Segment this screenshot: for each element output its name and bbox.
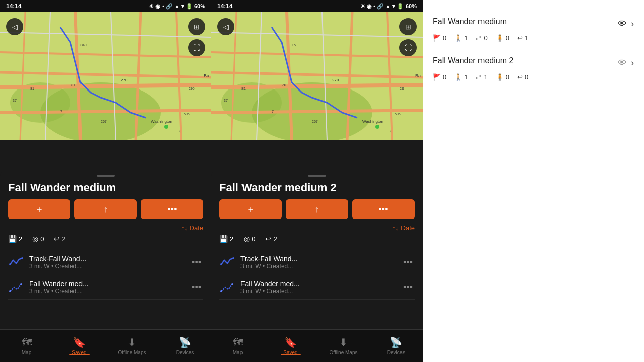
phone2: 14:14 ☀ ◉ • 🔗 ▲ ▾ 🔋 60% bbox=[211, 0, 423, 362]
battery-pct-2: 60% bbox=[406, 3, 417, 9]
loop-icon-1: ↩ bbox=[517, 73, 523, 81]
nav-offline-1[interactable]: ⬇ Offline Maps bbox=[106, 336, 158, 355]
sidebar-route-item-0[interactable]: Fall Wander medium 👁 › 🚩 0 🚶 1 ⇄ 0 bbox=[433, 10, 634, 49]
more-button-1[interactable]: ••• bbox=[141, 199, 203, 219]
sidebar-route-item-1[interactable]: Fall Wander medium 2 👁 › 🚩 0 🚶 1 ⇄ 1 bbox=[433, 49, 634, 88]
stat-tracks-2: ↩ 2 bbox=[265, 235, 277, 243]
svg-text:Ba: Ba bbox=[415, 73, 421, 78]
nav-devices-1[interactable]: 📡 Devices bbox=[158, 336, 211, 355]
share-button-1[interactable]: ↑ bbox=[74, 199, 137, 219]
sort-row-2[interactable]: ↑↓ Date bbox=[219, 224, 415, 232]
sidebar-list: Fall Wander medium 👁 › 🚩 0 🚶 1 ⇄ 0 bbox=[423, 0, 644, 362]
sidebar-actions-1: 👁 › bbox=[618, 58, 634, 68]
more-button-2[interactable]: ••• bbox=[352, 199, 415, 219]
nav-map-label-2: Map bbox=[233, 350, 243, 355]
nav-offline-label-2: Offline Maps bbox=[330, 350, 358, 355]
stat-track-val-1: 2 bbox=[62, 235, 65, 243]
svg-text:81: 81 bbox=[242, 87, 246, 90]
expand-button-1[interactable]: ⛶ bbox=[188, 39, 205, 56]
add-button-2[interactable]: ＋ bbox=[219, 199, 282, 219]
devices-icon-2: 📡 bbox=[390, 336, 403, 348]
split-icon-1: ⇄ bbox=[476, 73, 481, 81]
visibility-off-icon-1[interactable]: 👁 bbox=[618, 58, 627, 68]
sidebar-actions-0: 👁 › bbox=[618, 19, 634, 29]
sidebar-stats-0: 🚩 0 🚶 1 ⇄ 0 🧍 0 ↩ 1 bbox=[433, 34, 634, 42]
stats-row-1: 💾 2 ◎ 0 ↩ 2 bbox=[8, 235, 203, 247]
track-info-2-1: Fall Wander med... 3 mi. W • Created... bbox=[240, 280, 401, 295]
sidebar-stat-split-1: ⇄ 1 bbox=[476, 73, 487, 81]
sort-row-1[interactable]: ↑↓ Date bbox=[8, 224, 203, 232]
chevron-right-icon-0[interactable]: › bbox=[631, 19, 634, 29]
nav-saved-2[interactable]: 🔖 Saved bbox=[264, 336, 317, 355]
track-more-1-0[interactable]: ••• bbox=[190, 255, 203, 270]
person-icon-0: 🧍 bbox=[496, 34, 504, 42]
layers-button-1[interactable]: ⊞ bbox=[188, 18, 205, 35]
stat-saved-2: 💾 2 bbox=[219, 235, 233, 243]
track-item-2-1[interactable]: Fall Wander med... 3 mi. W • Created... … bbox=[219, 275, 415, 300]
route-title-2: Fall Wander medium 2 bbox=[219, 181, 415, 194]
track-item-1-0[interactable]: Track-Fall Wand... 3 mi. W • Created... … bbox=[8, 250, 203, 275]
svg-text:270: 270 bbox=[121, 78, 128, 82]
track-more-2-1[interactable]: ••• bbox=[401, 280, 415, 295]
svg-text:295: 295 bbox=[189, 87, 195, 90]
person-val-0: 0 bbox=[506, 34, 509, 42]
action-buttons-1: ＋ ↑ ••• bbox=[8, 199, 203, 219]
dot-icon-2: • bbox=[373, 3, 375, 9]
bottom-nav-1: 🗺 Map 🔖 Saved ⬇ Offline Maps 📡 Devices bbox=[0, 329, 211, 362]
pin-icon-2: ◎ bbox=[244, 235, 250, 243]
stat-tracks-1: ↩ 2 bbox=[54, 235, 65, 243]
hike-icon-1: 🚶 bbox=[454, 73, 462, 81]
hike-icon-0: 🚶 bbox=[454, 34, 462, 42]
svg-text:37: 37 bbox=[13, 99, 17, 102]
track-more-1-1[interactable]: ••• bbox=[190, 280, 203, 295]
svg-text:7: 7 bbox=[272, 110, 274, 113]
split-icon-0: ⇄ bbox=[476, 34, 481, 42]
chevron-right-icon-1[interactable]: › bbox=[631, 58, 634, 68]
back-button-1[interactable]: ◁ bbox=[6, 18, 23, 35]
add-button-1[interactable]: ＋ bbox=[8, 199, 70, 219]
sidebar-stat-person-0: 🧍 0 bbox=[496, 34, 509, 42]
track-name-1-1: Fall Wander med... bbox=[29, 280, 190, 288]
nav-offline-2[interactable]: ⬇ Offline Maps bbox=[317, 336, 370, 355]
svg-text:15: 15 bbox=[292, 43, 296, 47]
status-icons-2: ☀ ◉ • 🔗 ▲ ▾ 🔋 60% bbox=[360, 3, 417, 10]
svg-text:Washington: Washington bbox=[151, 119, 172, 124]
link-icon: 🔗 bbox=[166, 3, 173, 10]
nav-map-1[interactable]: 🗺 Map bbox=[0, 337, 53, 355]
svg-text:37: 37 bbox=[224, 99, 228, 102]
map-area-2[interactable]: 70 270 15 37 7 267 Washington 595 29 81 … bbox=[211, 12, 423, 140]
map-area-1[interactable]: 70 270 340 37 7 267 Washington 595 295 8… bbox=[0, 12, 211, 140]
track-meta-1-0: 3 mi. W • Created... bbox=[29, 263, 190, 270]
wifi-icon: ▾ bbox=[181, 3, 184, 10]
sidebar-route-name-1: Fall Wander medium 2 bbox=[433, 56, 513, 65]
layers-button-2[interactable]: ⊞ bbox=[399, 18, 417, 35]
split-val-1: 1 bbox=[484, 73, 487, 81]
sheet-handle-2 bbox=[308, 175, 326, 177]
visibility-icon-0[interactable]: 👁 bbox=[618, 19, 627, 29]
stat-wp-val-1: 0 bbox=[40, 235, 44, 243]
svg-text:595: 595 bbox=[395, 112, 401, 116]
flag-icon-1: 🚩 bbox=[433, 73, 441, 81]
dot-icon: • bbox=[162, 3, 164, 9]
track-more-2-0[interactable]: ••• bbox=[401, 255, 415, 270]
battery-icon-2: 🔋 bbox=[397, 3, 404, 10]
nav-indicator-1 bbox=[69, 354, 90, 355]
svg-text:70: 70 bbox=[70, 83, 75, 87]
battery-icon: 🔋 bbox=[186, 3, 193, 10]
svg-point-56 bbox=[375, 125, 379, 129]
back-button-2[interactable]: ◁ bbox=[217, 18, 234, 35]
svg-text:595: 595 bbox=[184, 112, 190, 116]
share-button-2[interactable]: ↑ bbox=[286, 199, 348, 219]
time-2: 14:14 bbox=[217, 3, 233, 10]
expand-button-2[interactable]: ⛶ bbox=[399, 39, 417, 56]
loop-val-0: 1 bbox=[525, 34, 528, 42]
track-item-1-1[interactable]: Fall Wander med... 3 mi. W • Created... … bbox=[8, 275, 203, 300]
nav-devices-2[interactable]: 📡 Devices bbox=[370, 336, 423, 355]
track-item-2-0[interactable]: Track-Fall Wand... 3 mi. W • Created... … bbox=[219, 250, 415, 275]
signal-icon-2: ▲ bbox=[385, 3, 391, 9]
svg-point-27 bbox=[9, 263, 11, 265]
nav-saved-1[interactable]: 🔖 Saved bbox=[53, 336, 106, 355]
nav-map-2[interactable]: 🗺 Map bbox=[211, 337, 264, 355]
offline-icon-1: ⬇ bbox=[128, 336, 136, 348]
phone1: 14:14 ☀ ◉ • 🔗 ▲ ▾ 🔋 60% bbox=[0, 0, 211, 362]
